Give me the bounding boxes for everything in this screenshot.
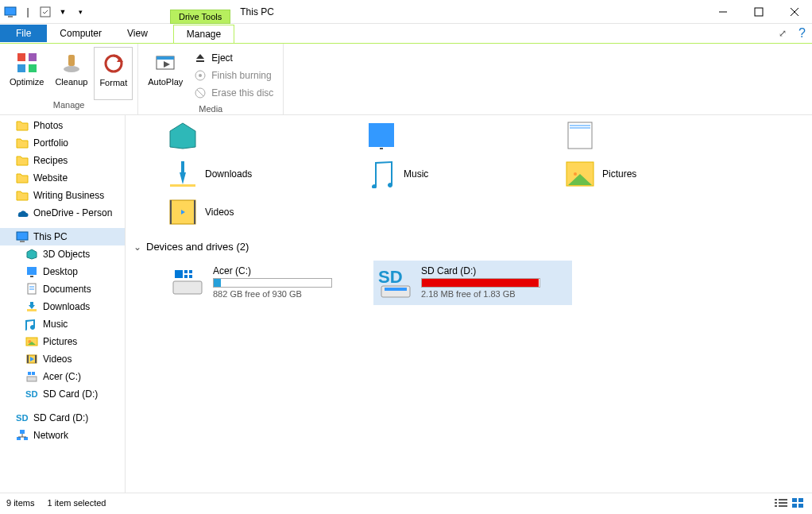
format-button[interactable]: Format <box>94 47 133 100</box>
window-title: This PC <box>240 6 274 17</box>
drive-usage-bar <box>421 278 540 288</box>
tab-file[interactable]: File <box>0 25 47 42</box>
folder-item-3d[interactable]: ✓ <box>165 118 364 153</box>
sidebar-item-network[interactable]: Network <box>0 427 125 444</box>
folders-grid: ✓✓DownloadsMusic☁PicturesVideos <box>126 115 812 234</box>
folder-icon <box>16 189 29 202</box>
chevron-down-icon[interactable]: ⌄ <box>133 242 141 253</box>
sidebar-item-downloads[interactable]: Downloads <box>0 298 125 315</box>
folder-item-documents[interactable] <box>563 118 761 153</box>
svg-text:SD: SD <box>25 389 38 399</box>
sidebar-item-desktop[interactable]: Desktop <box>0 263 125 280</box>
drive-sd-card-d-[interactable]: SD SD Card (D:) 2.18 MB free of 1.83 GB <box>373 261 572 305</box>
sidebar-item-website[interactable]: Website <box>0 169 125 187</box>
folder-item-label: Music <box>404 168 428 180</box>
sidebar-item-onedrive-person[interactable]: OneDrive - Person <box>0 204 125 222</box>
svg-rect-80 <box>779 502 787 504</box>
sidebar-item-pictures[interactable]: Pictures <box>0 333 125 350</box>
svg-rect-68 <box>173 281 202 294</box>
drives-container: Acer (C:) 882 GB free of 930 GB SD SD Ca… <box>126 257 812 305</box>
svg-rect-60 <box>181 161 184 174</box>
chevron-down-icon[interactable]: ▼ <box>56 5 70 19</box>
drive-free-text: 882 GB free of 930 GB <box>213 289 359 299</box>
close-button[interactable] <box>776 0 812 24</box>
drive-acer-c-[interactable]: Acer (C:) 882 GB free of 930 GB <box>165 261 364 305</box>
cleanup-button[interactable]: Cleanup <box>50 47 92 100</box>
drive-free-text: 2.18 MB free of 1.83 GB <box>421 289 567 299</box>
svg-point-21 <box>199 74 202 77</box>
sidebar-item-label: Music <box>43 319 68 330</box>
help-icon[interactable]: ? <box>798 26 806 41</box>
folder-icon <box>16 119 29 132</box>
drive-tools-tab[interactable]: Drive Tools <box>170 10 230 24</box>
svg-rect-47 <box>20 430 25 434</box>
sidebar-item-videos[interactable]: Videos <box>0 350 125 368</box>
folder-item-desktop[interactable]: ✓ <box>364 118 563 153</box>
format-icon <box>101 51 126 76</box>
erase-disc-button[interactable]: Erase this disc <box>192 85 275 101</box>
ribbon-group-media: AutoPlay Eject Finish burning Erase this… <box>138 44 284 114</box>
svg-rect-53 <box>369 123 394 147</box>
sidebar-item-recipes[interactable]: Recipes <box>0 152 125 169</box>
sidebar-item-3d-objects[interactable]: 3D Objects <box>0 245 125 263</box>
qat-separator: | <box>21 5 35 19</box>
sidebar-item-sd-card-d-[interactable]: SDSD Card (D:) <box>0 385 125 403</box>
sidebar-item-music[interactable]: Music <box>0 315 125 333</box>
3d-icon <box>168 122 197 150</box>
sidebar-item-acer-c-[interactable]: Acer (C:) <box>0 368 125 385</box>
desktop-icon <box>367 122 396 150</box>
sidebar-item-this-pc[interactable]: This PC <box>0 228 125 245</box>
onedrive-icon <box>16 207 29 219</box>
sidebar-item-photos[interactable]: Photos <box>0 117 125 134</box>
folder-item-label: Videos <box>205 207 234 218</box>
documents-icon <box>566 122 594 150</box>
videos-icon <box>25 353 38 365</box>
sidebar-item-documents[interactable]: Documents <box>0 280 125 298</box>
folder-item-music[interactable]: Music☁ <box>364 157 563 191</box>
svg-rect-79 <box>775 502 777 504</box>
sidebar-item-label: SD Card (D:) <box>33 412 88 423</box>
drive-name: SD Card (D:) <box>421 265 567 276</box>
app-icon[interactable] <box>3 5 17 19</box>
folder-item-pictures[interactable]: Pictures <box>563 157 761 191</box>
titlebar: | ▼ ▾ Drive Tools This PC <box>0 0 812 24</box>
folder-icon <box>16 137 29 149</box>
minimize-button[interactable] <box>705 0 740 24</box>
sidebar-item-portfolio[interactable]: Portfolio <box>0 134 125 152</box>
tab-manage[interactable]: Manage <box>173 25 234 43</box>
content-pane[interactable]: ✓✓DownloadsMusic☁PicturesVideos ⌄ Device… <box>126 115 812 493</box>
optimize-button[interactable]: Optimize <box>5 47 48 100</box>
svg-rect-73 <box>189 275 192 278</box>
sidebar-item-writing-business[interactable]: Writing Business <box>0 187 125 204</box>
sidebar-item-sd-card-d-[interactable]: SDSD Card (D:) <box>0 409 125 427</box>
qat-properties-icon[interactable] <box>38 5 52 19</box>
view-large-icons-icon[interactable] <box>791 497 806 508</box>
folder-item-downloads[interactable]: Downloads <box>165 157 364 191</box>
devices-section-header[interactable]: ⌄ Devices and drives (2) <box>126 234 812 257</box>
view-details-icon[interactable] <box>774 497 788 508</box>
autoplay-button[interactable]: AutoPlay <box>143 47 188 104</box>
ribbon-group-label-manage: Manage <box>53 100 85 111</box>
maximize-button[interactable] <box>740 0 776 24</box>
sidebar-item-label: Website <box>33 172 68 184</box>
svg-rect-83 <box>792 498 797 502</box>
svg-rect-86 <box>798 504 803 508</box>
qat-overflow-icon[interactable]: ▾ <box>73 5 87 19</box>
sidebar-item-label: 3D Objects <box>43 249 90 260</box>
finish-burning-button[interactable]: Finish burning <box>192 68 275 83</box>
tab-computer[interactable]: Computer <box>47 25 114 42</box>
3d-icon <box>25 248 38 261</box>
svg-rect-40 <box>35 355 37 363</box>
drive-info: Acer (C:) 882 GB free of 930 GB <box>213 265 359 299</box>
pin-icon[interactable]: ⤢ <box>779 28 787 39</box>
folder-item-videos[interactable]: Videos <box>165 195 364 230</box>
contextual-tab-group: Drive Tools <box>170 0 230 24</box>
eject-button[interactable]: Eject <box>192 50 275 66</box>
sidebar-item-label: Writing Business <box>33 190 104 201</box>
sd-icon: SD <box>378 265 413 300</box>
svg-rect-54 <box>380 148 383 149</box>
sidebar-item-label: Videos <box>43 354 72 365</box>
erase-icon <box>194 87 207 99</box>
tab-view[interactable]: View <box>114 25 160 42</box>
navigation-pane[interactable]: PhotosPortfolioRecipesWebsiteWriting Bus… <box>0 115 126 493</box>
